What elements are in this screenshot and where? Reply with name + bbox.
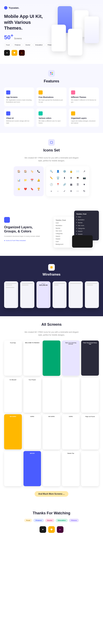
- screen-preview: [62, 378, 80, 412]
- screen-title: OOPS!: [25, 416, 40, 417]
- screen-preview: [43, 340, 60, 376]
- icon-panel-outline: 🔍 👤 ⚙️ 🔒 ✉️ ↗ ✏️ 🗑️ ⬇ ⬆ 👁️ 📷 🕐 📍 🔗 ▦ ☰ ▼…: [46, 166, 89, 196]
- filter-icon: ▼: [82, 183, 86, 186]
- logo-mark-icon: [4, 6, 8, 10]
- features-section: Features App Screens 50+ Application scr…: [0, 64, 103, 133]
- bell-icon: 🔔: [37, 178, 40, 182]
- screen-preview: Your Project: [24, 378, 41, 412]
- screen-title: Hi, Maxwell: [6, 379, 20, 380]
- user-icon: 👤: [56, 170, 60, 173]
- colors-icon: [39, 111, 43, 116]
- icons-set-section: Icons Set We created 90+ FREE Icons for …: [0, 133, 103, 202]
- wireframes-title: Wireframes: [4, 273, 99, 276]
- screen-title: $215.50: [25, 453, 40, 454]
- screen-title: WELCOME TO FINANCE: [25, 342, 40, 343]
- screen-title: Train Your Power Every Day: [83, 342, 97, 344]
- feature-name: App Screens: [6, 96, 32, 98]
- sketch-icon: [12, 50, 17, 56]
- wireframe-card: [53, 281, 67, 308]
- star-icon: ⭐: [17, 187, 21, 191]
- all-screens-desc: We created 90+ FREE Icons for you with a…: [23, 331, 80, 336]
- svg-rect-8: [50, 266, 53, 268]
- features-title: Features: [4, 79, 99, 84]
- icons-set-desc: We created 90+ FREE Icons for you with a…: [23, 156, 80, 162]
- layers-section: Organized Layers, Groups, & Colors Consi…: [0, 202, 103, 256]
- svg-text:Ai: Ai: [21, 52, 22, 54]
- screen-title: OOPS!: [64, 416, 78, 417]
- feature-desc: We make a different color for each theme: [39, 120, 64, 124]
- screen-title: Page not Found: [83, 416, 97, 417]
- feature-desc: Layers are neatly arranged, structured a…: [71, 120, 97, 124]
- layer-row: ▸ Categories: [76, 227, 97, 230]
- screen-preview: OOPS!: [62, 414, 80, 450]
- themes-icon: [71, 90, 75, 94]
- icon-panel-colored: 🏠 🏠 🏷️ 📞 📊 📁 📅 🔔 ⭐ ❤️ 🔖 🏆: [14, 166, 44, 196]
- screen-preview: Train Your Power Every Day: [81, 340, 99, 376]
- thanks-figma-icon: [40, 526, 46, 533]
- wireframes-section: Wireframes Balance $25,250.00: [0, 256, 103, 316]
- thanks-badge-finance: Finance: [33, 519, 44, 522]
- check-icon: ✓: [63, 189, 66, 193]
- feature-desc: We made special free illustrations just …: [39, 99, 64, 103]
- feature-card: Various colors We make a different color…: [36, 108, 66, 127]
- mockup-preview: [84, 16, 99, 43]
- wireframe-card: Balance $25,250.00: [36, 281, 50, 308]
- badge-food: Food: [4, 43, 12, 47]
- layer-row: Categories: [56, 232, 72, 235]
- thanks-section: Thanks For Watching Food Finance Doctor …: [0, 503, 103, 545]
- screen-preview: Start your learning journey: [62, 340, 80, 376]
- svg-marker-1: [13, 52, 16, 54]
- trophy-icon: 🏆: [37, 187, 40, 191]
- layer-row: ▸ See more: [76, 224, 97, 227]
- eye-icon: 👁️: [76, 176, 79, 180]
- hero-mockups: [52, 6, 101, 56]
- screen-preview: [81, 451, 99, 486]
- svg-marker-10: [50, 528, 53, 531]
- screen-preview: Page not Found: [81, 414, 99, 450]
- layer-row: Header: [56, 238, 72, 240]
- screen-preview: [43, 451, 60, 486]
- layer-row: ▸ Header: [76, 232, 97, 236]
- layers-note: ● Icons & Font Files included: [4, 240, 41, 242]
- layers-panels: Timeline_Food ▸ Card ▸ Illustration ▸ Na…: [45, 211, 99, 248]
- screen-preview: Details Trip: [62, 451, 80, 486]
- feature-card: Free Illustrations We made special free …: [36, 88, 66, 106]
- download-icon: ⬇: [63, 176, 66, 180]
- svg-rect-4: [52, 72, 53, 73]
- layer-row: Background: [56, 243, 72, 246]
- thanks-badges: Food Finance Doctor Education Fitness: [4, 519, 99, 522]
- icon-showcase: 🏠 🏠 🏷️ 📞 📊 📁 📅 🔔 ⭐ ❤️ 🔖 🏆 🔍 👤 ⚙️ 🔒 ✉️ ↗ …: [4, 166, 99, 196]
- screen-title: Details Trip: [64, 453, 78, 454]
- grid-icon: ▦: [69, 183, 73, 186]
- plus-icon: ＋: [49, 189, 53, 193]
- screen-preview: OOPS!: [24, 414, 41, 450]
- logo-text: Yuyuaian.: [9, 6, 19, 9]
- app-screens-icon: [6, 90, 10, 94]
- feature-card: App Screens 50+ Application screens made…: [4, 88, 34, 106]
- screen-title: 404 OOPS!: [44, 416, 59, 417]
- edit-icon: ✏️: [49, 176, 53, 180]
- heart-icon: ❤️: [24, 187, 27, 191]
- mockup-preview: [68, 29, 82, 56]
- wireframes-row: Balance $25,250.00: [4, 281, 99, 308]
- tag-icon: 🏷️: [30, 170, 34, 173]
- close-icon: ✕: [69, 189, 73, 193]
- layers-section-icon: [4, 217, 10, 223]
- layers-icon: [71, 111, 75, 116]
- bookmark-icon: 🔖: [30, 187, 34, 191]
- badge-finance: Finance: [13, 43, 22, 47]
- mail-icon: ✉️: [76, 170, 79, 173]
- thanks-badge-doctor: Doctor: [45, 519, 55, 522]
- calendar-icon: 📅: [30, 178, 34, 182]
- more-screens-badge: And Much More Screens ...: [35, 491, 68, 497]
- features-icon: [48, 70, 55, 77]
- feature-card: Clean UI Minimal and modern design with …: [4, 108, 34, 127]
- layer-row: Search: [56, 235, 72, 238]
- trash-icon: 🗑️: [56, 176, 60, 180]
- feature-desc: We created 5 different UI Kit themes for…: [71, 99, 97, 103]
- icons-set-icon: [48, 139, 55, 146]
- upload-icon: ⬆: [69, 176, 73, 180]
- hero-count: 50+: [4, 33, 13, 41]
- list-icon: ☰: [76, 183, 79, 186]
- layers-text: Organized Layers, Groups, & Colors Consi…: [4, 217, 41, 242]
